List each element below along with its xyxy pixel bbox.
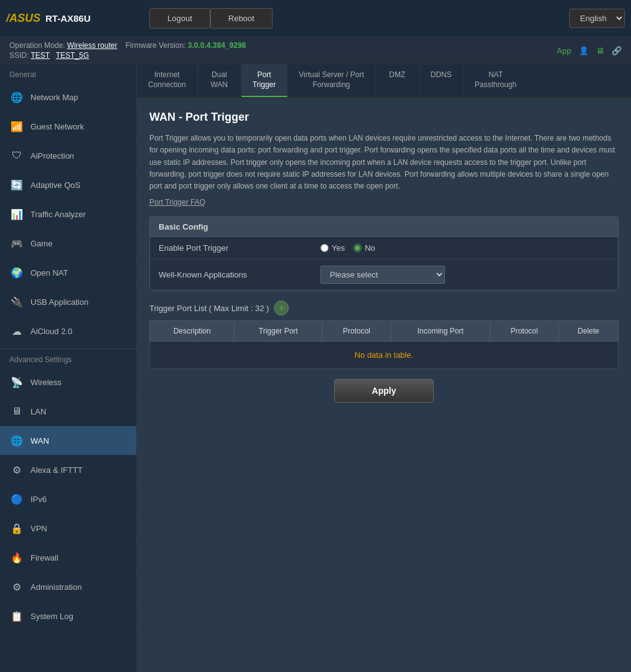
tab-nat-passthrough[interactable]: NATPassthrough <box>464 64 528 97</box>
globe-icon: 🌐 <box>9 90 24 105</box>
vpn-icon: 🔒 <box>9 521 24 536</box>
radio-yes[interactable]: Yes <box>320 243 345 253</box>
trigger-port-header: Trigger Port List ( Max Limit : 32 ) + <box>149 301 619 315</box>
firewall-icon: 🔥 <box>9 550 24 565</box>
tabs-bar: InternetConnection DualWAN PortTrigger V… <box>137 64 631 98</box>
enable-port-trigger-label: Enable Port Trigger <box>159 243 320 253</box>
page-content: WAN - Port Trigger Port Trigger allows y… <box>137 98 631 415</box>
sidebar-item-guest-network[interactable]: 📶 Guest Network <box>0 112 136 141</box>
header-buttons: Logout Reboot <box>149 8 569 29</box>
apply-button[interactable]: Apply <box>334 379 434 403</box>
logout-button[interactable]: Logout <box>149 8 210 29</box>
add-icon: + <box>279 303 284 313</box>
usb-icon: 🔌 <box>9 294 24 309</box>
op-mode-value: Wireless router <box>67 41 118 50</box>
sidebar-item-lan[interactable]: 🖥 LAN <box>0 397 136 426</box>
page-title: WAN - Port Trigger <box>149 111 619 124</box>
sidebar-item-aiprotection[interactable]: 🛡 AiProtection <box>0 141 136 170</box>
ipv6-icon: 🔵 <box>9 492 24 506</box>
well-known-apps-row: Well-Known Applications Please select <box>150 259 618 290</box>
ssid-text: SSID: TEST TEST_5G <box>9 51 246 60</box>
sidebar-item-adaptive-qos[interactable]: 🔄 Adaptive QoS <box>0 170 136 200</box>
well-known-apps-select[interactable]: Please select <box>320 266 445 284</box>
tab-dual-wan[interactable]: DualWAN <box>198 64 241 97</box>
logo-area: /ASUS RT-AX86U <box>6 12 149 25</box>
add-trigger-port-button[interactable]: + <box>274 301 289 315</box>
wireless-icon: 📡 <box>9 375 24 390</box>
sidebar-item-administration[interactable]: ⚙ Administration <box>0 572 136 602</box>
tab-internet-connection[interactable]: InternetConnection <box>137 64 198 97</box>
sidebar-item-firewall[interactable]: 🔥 Firewall <box>0 543 136 572</box>
col-protocol-1: Protocol <box>322 321 391 342</box>
sidebar-label-wan: WAN <box>30 436 49 446</box>
gamepad-icon: 🎮 <box>9 236 24 251</box>
main-layout: General 🌐 Network Map 📶 Guest Network 🛡 … <box>0 64 631 672</box>
ssid-24: TEST <box>30 51 49 60</box>
sidebar-label-open-nat: Open NAT <box>30 268 68 278</box>
sidebar-item-wan[interactable]: 🌐 WAN <box>0 426 136 455</box>
sidebar-item-wireless[interactable]: 📡 Wireless <box>0 368 136 397</box>
no-data-text: No data in table. <box>355 350 414 360</box>
shield-icon: 🛡 <box>9 148 24 163</box>
sidebar-label-adaptive-qos: Adaptive QoS <box>30 180 80 190</box>
wan-icon: 🌐 <box>9 433 24 448</box>
sidebar-label-aiprotection: AiProtection <box>30 151 74 161</box>
table-no-data-row: No data in table. <box>150 342 619 369</box>
sidebar-item-vpn[interactable]: 🔒 VPN <box>0 514 136 543</box>
sidebar-label-administration: Administration <box>30 582 82 592</box>
cloud-icon: ☁ <box>9 324 24 338</box>
sidebar: General 🌐 Network Map 📶 Guest Network 🛡 … <box>0 64 137 672</box>
trigger-port-table: Description Trigger Port Protocol Incomi… <box>149 320 619 369</box>
basic-config-box: Basic Config Enable Port Trigger Yes No <box>149 217 619 291</box>
radio-yes-label: Yes <box>332 243 345 253</box>
sidebar-label-wireless: Wireless <box>30 378 62 387</box>
tab-ddns[interactable]: DDNS <box>419 64 464 97</box>
alexa-icon: ⚙ <box>9 462 24 477</box>
sidebar-item-open-nat[interactable]: 🌍 Open NAT <box>0 258 136 287</box>
reboot-button[interactable]: Reboot <box>210 8 273 29</box>
chart-icon: 📊 <box>9 207 24 222</box>
description-text: Port Trigger allows you to temporarily o… <box>149 133 619 192</box>
sidebar-item-alexa[interactable]: ⚙ Alexa & IFTTT <box>0 455 136 485</box>
trigger-port-list-label: Trigger Port List ( Max Limit : 32 ) <box>149 304 269 313</box>
sidebar-item-ipv6[interactable]: 🔵 IPv6 <box>0 485 136 514</box>
config-box-header: Basic Config <box>150 217 618 237</box>
person-icon[interactable]: 👤 <box>579 46 589 55</box>
model-name: RT-AX86U <box>45 13 91 24</box>
sidebar-item-aicloud[interactable]: ☁ AiCloud 2.0 <box>0 317 136 346</box>
col-protocol-2: Protocol <box>490 321 559 342</box>
sidebar-label-aicloud: AiCloud 2.0 <box>30 327 72 336</box>
enable-radio-group: Yes No <box>320 243 375 253</box>
radio-no[interactable]: No <box>353 243 375 253</box>
radio-yes-input[interactable] <box>320 244 329 252</box>
language-select[interactable]: English <box>569 9 625 28</box>
radio-no-input[interactable] <box>353 244 362 252</box>
content-area: InternetConnection DualWAN PortTrigger V… <box>137 64 631 672</box>
firmware-value: 3.0.0.4.384_9298 <box>188 41 246 50</box>
sidebar-label-guest-network: Guest Network <box>30 122 84 131</box>
info-bar-right: App 👤 🖥 🔗 <box>557 46 622 55</box>
header-right: English <box>569 9 625 28</box>
well-known-apps-label: Well-Known Applications <box>159 270 320 279</box>
faq-link[interactable]: Port Trigger FAQ <box>149 198 205 207</box>
sidebar-item-traffic-analyzer[interactable]: 📊 Traffic Analyzer <box>0 200 136 229</box>
sidebar-item-game[interactable]: 🎮 Game <box>0 229 136 258</box>
col-description: Description <box>150 321 235 342</box>
sidebar-item-usb-application[interactable]: 🔌 USB Application <box>0 287 136 317</box>
refresh-icon: 🔄 <box>9 177 24 192</box>
sidebar-label-vpn: VPN <box>30 524 47 533</box>
no-data-cell: No data in table. <box>150 342 619 369</box>
tab-port-trigger[interactable]: PortTrigger <box>241 64 288 97</box>
share-icon[interactable]: 🔗 <box>612 46 622 55</box>
sidebar-item-system-log[interactable]: 📋 System Log <box>0 602 136 631</box>
tab-virtual-server[interactable]: Virtual Server / PortForwarding <box>287 64 375 97</box>
sidebar-item-network-map[interactable]: 🌐 Network Map <box>0 83 136 112</box>
op-mode-text: Operation Mode: Wireless router Firmware… <box>9 41 246 50</box>
app-label: App <box>557 46 571 55</box>
asus-logo: /ASUS <box>6 12 40 25</box>
monitor-icon[interactable]: 🖥 <box>596 46 604 55</box>
sidebar-label-system-log: System Log <box>30 612 73 621</box>
admin-icon: ⚙ <box>9 579 24 594</box>
advanced-section-title: Advanced Settings <box>0 348 136 368</box>
tab-dmz[interactable]: DMZ <box>376 64 419 97</box>
